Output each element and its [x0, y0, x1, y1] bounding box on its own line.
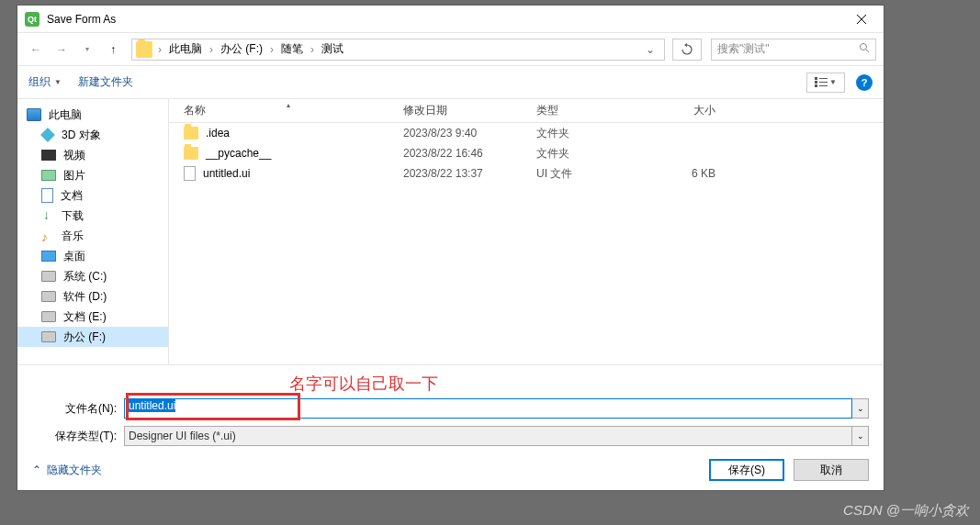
video-icon — [41, 150, 56, 161]
sidebar-item-downloads[interactable]: 下载 — [17, 206, 168, 226]
svg-rect-4 — [819, 78, 828, 79]
svg-rect-6 — [819, 85, 828, 86]
sidebar-item-videos[interactable]: 视频 — [17, 145, 168, 165]
qt-icon: Qt — [25, 12, 39, 27]
list-icon — [815, 77, 828, 88]
recent-dropdown[interactable]: ▾ — [76, 39, 98, 61]
toolbar: 组织 ▼ 新建文件夹 ▼ ? — [17, 66, 884, 99]
search-input[interactable]: 搜索"测试" — [711, 39, 876, 61]
music-icon — [41, 229, 54, 242]
folder-icon — [184, 147, 198, 160]
file-rows: .idea 2023/8/23 9:40 文件夹 __pycache__ 202… — [169, 123, 884, 364]
chevron-down-icon: ▼ — [54, 78, 62, 86]
drive-icon — [41, 271, 56, 282]
sidebar-item-pictures[interactable]: 图片 — [17, 165, 168, 185]
chevron-down-icon: ⌄ — [857, 431, 864, 441]
desktop-icon — [41, 251, 56, 262]
back-button[interactable]: ← — [25, 39, 47, 61]
column-date[interactable]: 修改日期 — [403, 103, 536, 118]
drive-icon — [41, 311, 56, 322]
file-icon — [184, 166, 196, 181]
refresh-button[interactable] — [672, 39, 702, 61]
sidebar-item-drive-e[interactable]: 文档 (E:) — [17, 307, 168, 327]
chevron-down-icon: ▼ — [829, 78, 837, 86]
sidebar-item-3d-objects[interactable]: 3D 对象 — [17, 125, 168, 145]
annotation-text: 名字可以自己取一下 — [32, 373, 869, 395]
sidebar-item-drive-d[interactable]: 软件 (D:) — [17, 286, 168, 307]
sidebar-item-music[interactable]: 音乐 — [17, 226, 168, 246]
sort-indicator-icon: ▴ — [287, 101, 290, 109]
file-row[interactable]: __pycache__ 2023/8/22 16:46 文件夹 — [169, 143, 884, 163]
folder-icon — [136, 41, 152, 58]
folder-icon — [184, 127, 198, 140]
svg-rect-5 — [819, 82, 828, 83]
bottom-panel: 名字可以自己取一下 文件名(N): untitled.ui ⌄ 保存类型(T):… — [17, 364, 884, 490]
up-button[interactable]: ↑ — [102, 39, 124, 61]
document-icon — [41, 188, 53, 203]
breadcrumb-item[interactable]: 测试 — [316, 41, 349, 57]
new-folder-button[interactable]: 新建文件夹 — [78, 74, 133, 90]
titlebar: Qt Save Form As — [17, 6, 884, 33]
sidebar-item-desktop[interactable]: 桌面 — [17, 246, 168, 266]
file-list: 名称▴ 修改日期 类型 大小 .idea 2023/8/23 9:40 文件夹 … — [169, 99, 884, 364]
close-icon — [857, 15, 866, 24]
drive-icon — [41, 291, 56, 302]
nav-bar: ← → ▾ ↑ › 此电脑 › 办公 (F:) › 随笔 › 测试 ⌄ 搜索"测… — [17, 33, 884, 66]
sidebar-item-drive-f[interactable]: 办公 (F:) — [17, 327, 168, 347]
file-row[interactable]: .idea 2023/8/23 9:40 文件夹 — [169, 123, 884, 143]
column-type[interactable]: 类型 — [536, 103, 642, 118]
search-icon — [859, 42, 870, 56]
filetype-dropdown[interactable]: ⌄ — [852, 426, 869, 446]
chevron-right-icon: › — [309, 43, 316, 56]
help-button[interactable]: ? — [856, 74, 873, 91]
drive-icon — [41, 331, 56, 342]
svg-point-0 — [861, 44, 867, 50]
footer: ⌃ 隐藏文件夹 保存(S) 取消 — [32, 453, 869, 481]
view-mode-button[interactable]: ▼ — [806, 73, 845, 93]
sidebar-item-drive-c[interactable]: 系统 (C:) — [17, 266, 168, 286]
close-button[interactable] — [843, 6, 880, 32]
watermark: CSDN @一响小贪欢 — [843, 502, 969, 519]
save-dialog: Qt Save Form As ← → ▾ ↑ › 此电脑 › 办公 (F:) … — [17, 5, 884, 491]
column-headers: 名称▴ 修改日期 类型 大小 — [169, 99, 884, 123]
filetype-select[interactable]: Designer UI files (*.ui) — [124, 426, 852, 446]
svg-rect-1 — [815, 77, 817, 80]
svg-rect-2 — [815, 81, 817, 84]
picture-icon — [41, 170, 56, 181]
filename-label: 文件名(N): — [32, 401, 124, 417]
refresh-icon — [681, 43, 693, 56]
svg-rect-3 — [815, 84, 817, 87]
save-button[interactable]: 保存(S) — [709, 459, 784, 481]
breadcrumb-item[interactable]: 随笔 — [276, 41, 309, 57]
sidebar-item-documents[interactable]: 文档 — [17, 185, 168, 206]
column-size[interactable]: 大小 — [642, 103, 734, 118]
search-placeholder: 搜索"测试" — [717, 41, 770, 57]
chevron-right-icon: › — [156, 43, 163, 56]
sidebar-item-this-pc[interactable]: 此电脑 — [17, 105, 168, 125]
forward-button: → — [51, 39, 73, 61]
monitor-icon — [27, 108, 41, 121]
chevron-down-icon: ⌄ — [857, 404, 864, 413]
breadcrumb-item[interactable]: 办公 (F:) — [215, 41, 268, 57]
filename-history-dropdown[interactable]: ⌄ — [852, 398, 869, 419]
organize-menu[interactable]: 组织 ▼ — [28, 74, 62, 90]
chevron-up-icon: ⌃ — [32, 464, 41, 476]
breadcrumb-item[interactable]: 此电脑 — [163, 41, 208, 57]
hide-folders-toggle[interactable]: ⌃ 隐藏文件夹 — [32, 463, 102, 478]
filetype-label: 保存类型(T): — [32, 429, 124, 444]
main-area: 此电脑 3D 对象 视频 图片 文档 下载 音乐 桌面 系统 (C:) 软件 (… — [17, 99, 884, 364]
filename-input[interactable]: untitled.ui — [124, 398, 852, 419]
cube-icon — [40, 128, 55, 142]
chevron-right-icon: › — [268, 43, 276, 56]
window-title: Save Form As — [47, 13, 843, 26]
breadcrumb-bar[interactable]: › 此电脑 › 办公 (F:) › 随笔 › 测试 ⌄ — [131, 39, 665, 61]
file-row[interactable]: untitled.ui 2023/8/22 13:37 UI 文件 6 KB — [169, 163, 884, 184]
cancel-button[interactable]: 取消 — [794, 459, 869, 481]
chevron-right-icon: › — [208, 43, 215, 56]
chevron-down-icon[interactable]: ⌄ — [640, 43, 660, 56]
sidebar: 此电脑 3D 对象 视频 图片 文档 下载 音乐 桌面 系统 (C:) 软件 (… — [17, 99, 169, 364]
download-icon — [41, 209, 54, 222]
column-name[interactable]: 名称▴ — [169, 103, 403, 118]
